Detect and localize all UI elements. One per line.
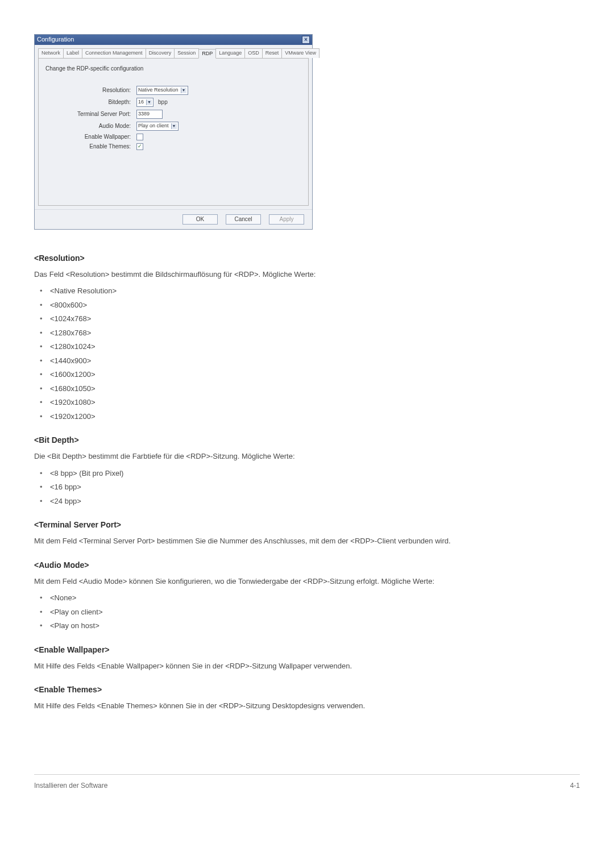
heading-bitdepth: <Bit Depth> xyxy=(34,434,580,446)
tab-vmware-view[interactable]: VMware View xyxy=(281,48,320,58)
list-item: <1280x768> xyxy=(34,327,580,339)
list-item: <Native Resolution> xyxy=(34,285,580,297)
list-bitdepth: <8 bpp> (Bit pro Pixel)<16 bpp><24 bpp> xyxy=(34,468,580,507)
list-item: <Play on host> xyxy=(34,620,580,632)
heading-audio: <Audio Mode> xyxy=(34,559,580,571)
heading-port: <Terminal Server Port> xyxy=(34,519,580,531)
label-resolution: Resolution: xyxy=(45,87,136,94)
tab-network[interactable]: Network xyxy=(38,48,64,58)
list-item: <None> xyxy=(34,592,580,604)
input-port-value: 3389 xyxy=(138,111,150,117)
heading-resolution: <Resolution> xyxy=(34,252,580,264)
tab-discovery[interactable]: Discovery xyxy=(146,48,175,58)
close-icon[interactable]: × xyxy=(302,36,310,44)
heading-wallpaper: <Enable Wallpaper> xyxy=(34,644,580,656)
chevron-down-icon: ▼ xyxy=(181,88,186,93)
row-audio: Audio Mode: Play on client ▼ xyxy=(45,122,301,131)
select-bitdepth-value: 16 xyxy=(138,99,144,105)
list-audio: <None><Play on client><Play on host> xyxy=(34,592,580,632)
row-themes: Enable Themes: ✓ xyxy=(45,143,301,150)
panel-intro: Change the RDP-specific configuration xyxy=(45,65,301,72)
list-item: <1680x1050> xyxy=(34,383,580,394)
heading-themes: <Enable Themes> xyxy=(34,684,580,696)
tab-label[interactable]: Label xyxy=(63,48,82,58)
label-themes: Enable Themes: xyxy=(45,143,136,150)
label-bitdepth: Bitdepth: xyxy=(45,99,136,106)
tab-rdp[interactable]: RDP xyxy=(198,49,216,59)
list-item: <24 bpp> xyxy=(34,496,580,507)
input-port[interactable]: 3389 xyxy=(136,110,163,119)
tab-language[interactable]: Language xyxy=(215,48,245,58)
ok-button[interactable]: OK xyxy=(182,214,218,225)
footer-right: 4-1 xyxy=(570,780,580,791)
select-resolution[interactable]: Native Resolution ▼ xyxy=(136,86,188,95)
tab-panel-rdp: Change the RDP-specific configuration Re… xyxy=(38,58,309,206)
list-item: <16 bpp> xyxy=(34,481,580,493)
list-item: <800x600> xyxy=(34,300,580,311)
select-resolution-value: Native Resolution xyxy=(138,87,179,93)
chevron-down-icon: ▼ xyxy=(146,99,152,105)
config-dialog: Configuration × NetworkLabelConnection M… xyxy=(34,34,313,230)
apply-button[interactable]: Apply xyxy=(269,214,304,225)
page-footer: Installieren der Software 4-1 xyxy=(34,774,580,791)
chevron-down-icon: ▼ xyxy=(171,123,177,129)
para-port: Mit dem Feld <Terminal Server Port> best… xyxy=(34,535,580,547)
footer-left: Installieren der Software xyxy=(34,780,107,791)
list-item: <1920x1200> xyxy=(34,411,580,422)
para-resolution: Das Feld <Resolution> bestimmt die Bilds… xyxy=(34,269,580,280)
list-item: <1280x1024> xyxy=(34,341,580,352)
list-item: <8 bpp> (Bit pro Pixel) xyxy=(34,468,580,479)
tab-reset[interactable]: Reset xyxy=(262,48,283,58)
bitdepth-unit: bpp xyxy=(158,99,168,106)
select-audio-value: Play on client xyxy=(138,123,169,129)
dialog-button-bar: OK Cancel Apply xyxy=(35,209,312,229)
list-item: <Play on client> xyxy=(34,607,580,618)
para-bitdepth: Die <Bit Depth> bestimmt die Farbtiefe f… xyxy=(34,451,580,462)
dialog-titlebar: Configuration × xyxy=(35,35,312,45)
checkbox-wallpaper[interactable] xyxy=(136,134,143,140)
label-audio: Audio Mode: xyxy=(45,123,136,130)
dialog-title: Configuration xyxy=(37,36,74,43)
cancel-button[interactable]: Cancel xyxy=(226,214,261,225)
list-item: <1600x1200> xyxy=(34,369,580,380)
tab-session[interactable]: Session xyxy=(174,48,199,58)
label-port: Terminal Server Port: xyxy=(45,111,136,118)
select-bitdepth[interactable]: 16 ▼ xyxy=(136,98,154,107)
list-resolution: <Native Resolution><800x600><1024x768><1… xyxy=(34,285,580,422)
list-item: <1440x900> xyxy=(34,355,580,367)
list-item: <1024x768> xyxy=(34,313,580,325)
row-wallpaper: Enable Wallpaper: xyxy=(45,134,301,140)
row-bitdepth: Bitdepth: 16 ▼ bpp xyxy=(45,98,301,107)
list-item: <1920x1080> xyxy=(34,397,580,408)
para-audio: Mit dem Feld <Audio Mode> können Sie kon… xyxy=(34,576,580,587)
checkbox-themes[interactable]: ✓ xyxy=(136,143,143,150)
screenshot-dialog: Configuration × NetworkLabelConnection M… xyxy=(34,34,580,230)
select-audio[interactable]: Play on client ▼ xyxy=(136,122,179,131)
row-resolution: Resolution: Native Resolution ▼ xyxy=(45,86,301,95)
row-port: Terminal Server Port: 3389 xyxy=(45,110,301,119)
para-themes: Mit Hilfe des Felds <Enable Themes> könn… xyxy=(34,700,580,712)
tab-osd[interactable]: OSD xyxy=(244,48,263,58)
tab-connection-management[interactable]: Connection Management xyxy=(82,48,146,58)
label-wallpaper: Enable Wallpaper: xyxy=(45,134,136,140)
para-wallpaper: Mit Hilfe des Felds <Enable Wallpaper> k… xyxy=(34,661,580,672)
tab-bar: NetworkLabelConnection ManagementDiscove… xyxy=(35,45,312,58)
